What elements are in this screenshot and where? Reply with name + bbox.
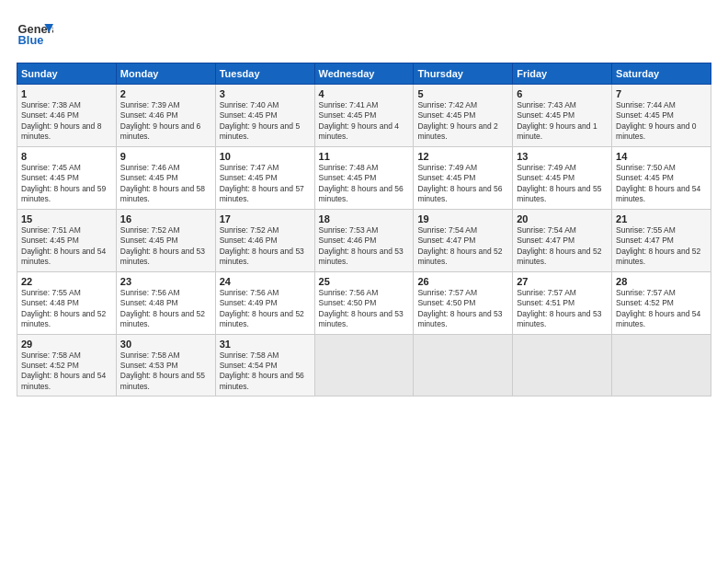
day-of-week-header: Wednesday: [314, 63, 414, 85]
day-info: Sunrise: 7:50 AMSunset: 4:45 PMDaylight:…: [616, 163, 707, 205]
day-number: 2: [120, 88, 211, 99]
day-number: 28: [616, 276, 707, 287]
day-of-week-header: Saturday: [612, 63, 711, 85]
day-info: Sunrise: 7:54 AMSunset: 4:47 PMDaylight:…: [417, 225, 508, 268]
day-number: 7: [616, 88, 707, 99]
day-info: Sunrise: 7:39 AMSunset: 4:46 PMDaylight:…: [120, 100, 211, 143]
day-info: Sunrise: 7:58 AMSunset: 4:54 PMDaylight:…: [220, 350, 311, 393]
day-number: 3: [220, 88, 311, 99]
calendar-cell: 24Sunrise: 7:56 AMSunset: 4:49 PMDayligh…: [215, 271, 314, 334]
day-number: 20: [517, 213, 608, 224]
calendar-body: 1Sunrise: 7:38 AMSunset: 4:46 PMDaylight…: [17, 85, 711, 396]
day-number: 23: [120, 276, 211, 287]
day-info: Sunrise: 7:57 AMSunset: 4:50 PMDaylight:…: [417, 288, 508, 330]
calendar-cell: [414, 334, 513, 396]
day-number: 21: [616, 213, 707, 224]
day-info: Sunrise: 7:53 AMSunset: 4:46 PMDaylight:…: [319, 225, 410, 268]
day-number: 11: [319, 151, 410, 162]
day-number: 10: [220, 151, 311, 162]
day-number: 16: [120, 213, 211, 224]
calendar-cell: [314, 334, 414, 396]
calendar-week-row: 15Sunrise: 7:51 AMSunset: 4:45 PMDayligh…: [17, 209, 711, 271]
day-info: Sunrise: 7:58 AMSunset: 4:52 PMDaylight:…: [21, 350, 112, 393]
day-number: 13: [517, 151, 608, 162]
day-info: Sunrise: 7:45 AMSunset: 4:45 PMDaylight:…: [21, 163, 112, 205]
day-number: 31: [220, 339, 311, 350]
calendar-cell: 9Sunrise: 7:46 AMSunset: 4:45 PMDaylight…: [116, 146, 215, 209]
day-number: 14: [616, 151, 707, 162]
logo-icon: General Blue: [17, 17, 53, 53]
day-number: 5: [417, 88, 508, 99]
calendar-cell: 8Sunrise: 7:45 AMSunset: 4:45 PMDaylight…: [17, 146, 117, 209]
calendar-cell: 19Sunrise: 7:54 AMSunset: 4:47 PMDayligh…: [414, 209, 513, 271]
day-info: Sunrise: 7:57 AMSunset: 4:52 PMDaylight:…: [616, 288, 707, 330]
day-info: Sunrise: 7:42 AMSunset: 4:45 PMDaylight:…: [417, 100, 508, 143]
calendar-cell: 28Sunrise: 7:57 AMSunset: 4:52 PMDayligh…: [612, 271, 711, 334]
day-info: Sunrise: 7:48 AMSunset: 4:45 PMDaylight:…: [319, 163, 410, 205]
calendar-cell: 2Sunrise: 7:39 AMSunset: 4:46 PMDaylight…: [116, 85, 215, 147]
day-number: 24: [220, 276, 311, 287]
calendar-cell: 20Sunrise: 7:54 AMSunset: 4:47 PMDayligh…: [513, 209, 612, 271]
calendar-week-row: 1Sunrise: 7:38 AMSunset: 4:46 PMDaylight…: [17, 85, 711, 147]
calendar-cell: 6Sunrise: 7:43 AMSunset: 4:45 PMDaylight…: [513, 85, 612, 147]
day-number: 9: [120, 151, 211, 162]
day-number: 8: [21, 151, 112, 162]
day-info: Sunrise: 7:58 AMSunset: 4:53 PMDaylight:…: [120, 350, 211, 393]
calendar-week-row: 29Sunrise: 7:58 AMSunset: 4:52 PMDayligh…: [17, 334, 711, 396]
calendar-cell: 13Sunrise: 7:49 AMSunset: 4:45 PMDayligh…: [513, 146, 612, 209]
day-info: Sunrise: 7:52 AMSunset: 4:45 PMDaylight:…: [120, 225, 211, 268]
calendar-cell: 10Sunrise: 7:47 AMSunset: 4:45 PMDayligh…: [215, 146, 314, 209]
day-of-week-header: Monday: [116, 63, 215, 85]
day-number: 17: [220, 213, 311, 224]
day-number: 18: [319, 213, 410, 224]
calendar-cell: [612, 334, 711, 396]
calendar-cell: 5Sunrise: 7:42 AMSunset: 4:45 PMDaylight…: [414, 85, 513, 147]
calendar-cell: 23Sunrise: 7:56 AMSunset: 4:48 PMDayligh…: [116, 271, 215, 334]
day-number: 1: [21, 88, 112, 99]
day-info: Sunrise: 7:54 AMSunset: 4:47 PMDaylight:…: [517, 225, 608, 268]
day-info: Sunrise: 7:47 AMSunset: 4:45 PMDaylight:…: [220, 163, 311, 205]
calendar-cell: 31Sunrise: 7:58 AMSunset: 4:54 PMDayligh…: [215, 334, 314, 396]
day-of-week-header: Sunday: [17, 63, 117, 85]
day-number: 15: [21, 213, 112, 224]
calendar-table: SundayMondayTuesdayWednesdayThursdayFrid…: [17, 63, 711, 396]
day-number: 4: [319, 88, 410, 99]
calendar-cell: 16Sunrise: 7:52 AMSunset: 4:45 PMDayligh…: [116, 209, 215, 271]
calendar-cell: 18Sunrise: 7:53 AMSunset: 4:46 PMDayligh…: [314, 209, 414, 271]
calendar-header-row: SundayMondayTuesdayWednesdayThursdayFrid…: [17, 63, 711, 85]
calendar-cell: 12Sunrise: 7:49 AMSunset: 4:45 PMDayligh…: [414, 146, 513, 209]
day-info: Sunrise: 7:46 AMSunset: 4:45 PMDaylight:…: [120, 163, 211, 205]
page: General Blue SundayMondayTuesdayWednesda…: [0, 0, 728, 563]
day-info: Sunrise: 7:49 AMSunset: 4:45 PMDaylight:…: [517, 163, 608, 205]
day-number: 30: [120, 339, 211, 350]
day-info: Sunrise: 7:38 AMSunset: 4:46 PMDaylight:…: [21, 100, 112, 143]
day-number: 29: [21, 339, 112, 350]
day-info: Sunrise: 7:41 AMSunset: 4:45 PMDaylight:…: [319, 100, 410, 143]
day-info: Sunrise: 7:44 AMSunset: 4:45 PMDaylight:…: [616, 100, 707, 143]
calendar-cell: 7Sunrise: 7:44 AMSunset: 4:45 PMDaylight…: [612, 85, 711, 147]
day-info: Sunrise: 7:43 AMSunset: 4:45 PMDaylight:…: [517, 100, 608, 143]
day-info: Sunrise: 7:40 AMSunset: 4:45 PMDaylight:…: [220, 100, 311, 143]
day-info: Sunrise: 7:57 AMSunset: 4:51 PMDaylight:…: [517, 288, 608, 330]
logo: General Blue: [17, 17, 53, 53]
calendar-week-row: 22Sunrise: 7:55 AMSunset: 4:48 PMDayligh…: [17, 271, 711, 334]
day-number: 19: [417, 213, 508, 224]
day-info: Sunrise: 7:56 AMSunset: 4:50 PMDaylight:…: [319, 288, 410, 330]
calendar-cell: 22Sunrise: 7:55 AMSunset: 4:48 PMDayligh…: [17, 271, 117, 334]
day-info: Sunrise: 7:55 AMSunset: 4:48 PMDaylight:…: [21, 288, 112, 330]
day-number: 25: [319, 276, 410, 287]
calendar-cell: 3Sunrise: 7:40 AMSunset: 4:45 PMDaylight…: [215, 85, 314, 147]
calendar-cell: 27Sunrise: 7:57 AMSunset: 4:51 PMDayligh…: [513, 271, 612, 334]
calendar-cell: 11Sunrise: 7:48 AMSunset: 4:45 PMDayligh…: [314, 146, 414, 209]
calendar-cell: 4Sunrise: 7:41 AMSunset: 4:45 PMDaylight…: [314, 85, 414, 147]
calendar-cell: 14Sunrise: 7:50 AMSunset: 4:45 PMDayligh…: [612, 146, 711, 209]
day-of-week-header: Tuesday: [215, 63, 314, 85]
day-number: 27: [517, 276, 608, 287]
calendar-cell: 30Sunrise: 7:58 AMSunset: 4:53 PMDayligh…: [116, 334, 215, 396]
calendar-cell: 26Sunrise: 7:57 AMSunset: 4:50 PMDayligh…: [414, 271, 513, 334]
calendar-cell: 29Sunrise: 7:58 AMSunset: 4:52 PMDayligh…: [17, 334, 117, 396]
calendar-cell: [513, 334, 612, 396]
day-number: 12: [417, 151, 508, 162]
day-info: Sunrise: 7:51 AMSunset: 4:45 PMDaylight:…: [21, 225, 112, 268]
day-number: 26: [417, 276, 508, 287]
